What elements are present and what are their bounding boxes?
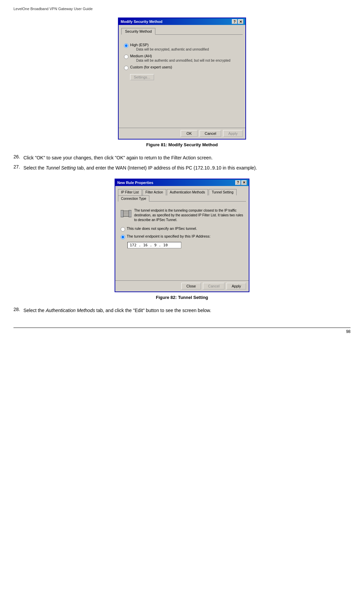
figure-81-caption: Figure 81: Modify Security Method	[146, 142, 218, 147]
page-footer: 98	[13, 328, 351, 334]
tab-connection-type[interactable]: Connection Type	[118, 195, 149, 202]
custom-label: Custom (for expert users)	[130, 65, 172, 69]
security-method-tab[interactable]: Security Method	[121, 28, 155, 35]
dialog2-body: IP Filter List Filter Action Authenticat…	[115, 186, 249, 280]
svg-rect-4	[121, 210, 123, 217]
dialog2-title: New Rule Properties	[117, 181, 153, 185]
high-esp-option: High (ESP) Data will be encrypted, authe…	[124, 43, 240, 51]
medium-ah-option: Medium (AH) Data will be authentic and u…	[124, 54, 240, 62]
ip-address-field[interactable]: 172 . 16 . 9 . 10	[127, 242, 181, 248]
step-28-text: Select the Authentication Methods tab, a…	[23, 307, 211, 314]
step-26: 26. Click "OK" to save your changes, the…	[13, 154, 351, 161]
dialog2-close-button[interactable]: ✕	[241, 180, 247, 185]
step-26-text: Click "OK" to save your changes, then cl…	[23, 154, 212, 161]
info-text: The tunnel endpoint is the tunneling com…	[134, 208, 243, 222]
dialog2-buttons: Close Cancel Apply	[115, 280, 249, 291]
tunnel-icon	[121, 208, 131, 219]
no-tunnel-option: This rule does not specify an IPSec tunn…	[121, 226, 243, 232]
cancel-button[interactable]: Cancel	[200, 130, 221, 137]
tunnel-tab-content: The tunnel endpoint is the tunneling com…	[118, 204, 246, 278]
dialog2-help-button[interactable]: ?	[235, 180, 241, 185]
dialog-buttons: OK Cancel Apply	[119, 128, 245, 139]
tab-filter-action[interactable]: Filter Action	[143, 189, 166, 195]
tab-strip2: IP Filter List Filter Action Authenticat…	[118, 189, 246, 202]
close-button[interactable]: ✕	[238, 19, 243, 24]
custom-radio[interactable]	[124, 66, 128, 70]
tunnel-ip-option: The tunnel endpoint is specified by this…	[121, 234, 243, 239]
step-27-number: 27.	[13, 164, 20, 172]
tunnel-ip-radio[interactable]	[121, 235, 125, 239]
step-26-number: 26.	[13, 154, 20, 161]
help-button[interactable]: ?	[232, 19, 237, 24]
tab-strip: Security Method	[121, 28, 243, 35]
step-27-text: Select the Tunnel Setting tab, and enter…	[23, 164, 257, 172]
tunnel-ip-label: The tunnel endpoint is specified by this…	[127, 234, 211, 238]
figure-81-container: Modify Security Method ? ✕ Security Meth…	[13, 18, 351, 147]
medium-ah-label: Medium (AH)	[130, 54, 231, 58]
info-box: The tunnel endpoint is the tunneling com…	[121, 208, 243, 222]
medium-ah-radio[interactable]	[124, 55, 128, 59]
page-header: LevelOne Broadband VPN Gateway User Guid…	[13, 7, 351, 11]
high-esp-label: High (ESP)	[130, 43, 209, 47]
cancel-btn[interactable]: Cancel	[203, 283, 224, 289]
no-tunnel-label: This rule does not specify an IPSec tunn…	[127, 226, 197, 231]
figure-82-caption: Figure 82: Tunnel Setting	[156, 295, 208, 300]
step-28-number: 28.	[13, 307, 20, 314]
tab-tunnel-setting[interactable]: Tunnel Setting	[209, 189, 236, 195]
modify-security-method-dialog: Modify Security Method ? ✕ Security Meth…	[118, 18, 246, 140]
dialog2-titlebar-buttons: ? ✕	[235, 180, 247, 185]
step-27: 27. Select the Tunnel Setting tab, and e…	[13, 164, 351, 172]
new-rule-properties-dialog: New Rule Properties ? ✕ IP Filter List F…	[115, 179, 249, 292]
step-28: 28. Select the Authentication Methods ta…	[13, 307, 351, 314]
header-text: LevelOne Broadband VPN Gateway User Guid…	[13, 7, 93, 11]
dialog-titlebar: Modify Security Method ? ✕	[119, 18, 245, 25]
dialog-title: Modify Security Method	[121, 20, 162, 24]
high-esp-desc: Data will be encrypted, authentic and un…	[136, 48, 209, 51]
ip-address-value: 172 . 16 . 9 . 10	[130, 243, 168, 247]
figure-82-container: New Rule Properties ? ✕ IP Filter List F…	[13, 179, 351, 300]
tab-authentication-methods[interactable]: Authentication Methods	[167, 189, 208, 195]
radio-group: High (ESP) Data will be encrypted, authe…	[124, 43, 240, 80]
close-btn[interactable]: Close	[181, 283, 201, 289]
tab-ip-filter-list[interactable]: IP Filter List	[118, 189, 142, 195]
tab-content: High (ESP) Data will be encrypted, authe…	[121, 37, 243, 125]
settings-button[interactable]: Settings...	[130, 74, 154, 80]
dialog-body: Security Method High (ESP) Data will be …	[119, 25, 245, 128]
custom-option: Custom (for expert users)	[124, 65, 240, 70]
ok-button[interactable]: OK	[181, 130, 198, 137]
apply-btn[interactable]: Apply	[226, 283, 246, 289]
svg-rect-5	[129, 210, 131, 217]
page-number: 98	[346, 329, 351, 334]
titlebar-buttons: ? ✕	[232, 19, 243, 24]
dialog2-titlebar: New Rule Properties ? ✕	[115, 179, 249, 186]
medium-ah-desc: Data will be authentic and unmodified, b…	[136, 59, 231, 62]
apply-button[interactable]: Apply	[223, 130, 243, 137]
high-esp-radio[interactable]	[124, 43, 128, 48]
no-tunnel-radio[interactable]	[121, 227, 125, 232]
